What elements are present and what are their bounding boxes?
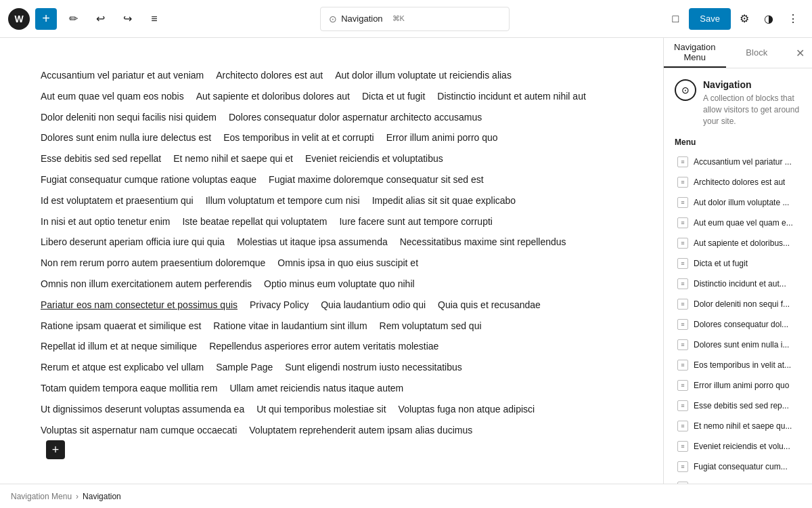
- menu-item[interactable]: ≡Eos temporibus in velit at...: [675, 356, 801, 375]
- save-button[interactable]: Save: [689, 8, 731, 30]
- nav-link[interactable]: Architecto dolores est aut: [216, 65, 323, 86]
- nav-link[interactable]: Quia laudantium odio qui: [321, 295, 426, 316]
- menu-item-label: Distinctio incidunt et aut...: [694, 279, 786, 289]
- nav-link[interactable]: Aut dolor illum voluptate ut reiciendis …: [335, 65, 512, 86]
- nav-link[interactable]: In nisi et aut optio tenetur enim: [41, 211, 170, 232]
- nav-link[interactable]: Aut eum quae vel quam eos nobis: [41, 86, 184, 107]
- search-bar[interactable]: ⊙ Navigation ⌘K: [320, 7, 510, 31]
- undo-button[interactable]: ↩: [89, 8, 111, 30]
- menu-item[interactable]: ≡Esse debitis sed sed rep...: [675, 396, 801, 415]
- more-button[interactable]: ≡: [143, 8, 165, 30]
- wp-logo[interactable]: W: [8, 8, 30, 30]
- nav-link[interactable]: Ut dignissimos deserunt voluptas assumen…: [41, 399, 244, 420]
- nav-link[interactable]: Necessitatibus maxime sint repellendus: [400, 232, 566, 253]
- breadcrumb-separator: ›: [76, 492, 78, 501]
- menu-item-label: Error illum animi porro quo: [694, 381, 789, 390]
- nav-link[interactable]: Fugiat maxime doloremque consequatur sit…: [269, 169, 484, 190]
- nav-link[interactable]: Error illum animi porro quo: [386, 127, 498, 148]
- nav-link[interactable]: Iste beatae repellat qui voluptatem: [182, 211, 327, 232]
- breadcrumb-parent[interactable]: Navigation Menu: [11, 492, 72, 501]
- nav-link[interactable]: Eveniet reiciendis et voluptatibus: [305, 148, 443, 169]
- menu-item[interactable]: ≡Aut dolor illum voluptate ...: [675, 193, 801, 212]
- overflow-button[interactable]: ⋮: [782, 8, 804, 30]
- menu-item[interactable]: ≡Fugiat maxime doloremq...: [675, 478, 801, 484]
- wp-logo-icon: W: [14, 14, 23, 24]
- menu-item[interactable]: ≡Dicta et ut fugit: [675, 254, 801, 273]
- block-description: A collection of blocks that allow visito…: [703, 93, 801, 127]
- nav-link[interactable]: Esse debitis sed sed repellat: [41, 148, 161, 169]
- nav-link[interactable]: Dolor deleniti non sequi facilis nisi qu…: [41, 107, 217, 128]
- nav-link[interactable]: Optio minus eum voluptate quo nihil: [264, 274, 415, 295]
- menu-item[interactable]: ≡Fugiat consequatur cum...: [675, 457, 801, 476]
- nav-link[interactable]: Et nemo nihil et saepe qui et: [173, 148, 293, 169]
- nav-link[interactable]: Rerum et atque est explicabo vel ullam: [41, 357, 204, 378]
- menu-item[interactable]: ≡Et nemo nihil et saepe qu...: [675, 417, 801, 436]
- menu-item[interactable]: ≡Dolores consequatur dol...: [675, 315, 801, 334]
- menu-item[interactable]: ≡Accusantium vel pariatur ...: [675, 152, 801, 171]
- nav-link[interactable]: Repellendus asperiores error autem verit…: [209, 336, 438, 357]
- block-info-text: Navigation A collection of blocks that a…: [703, 79, 801, 127]
- menu-item-icon: ≡: [677, 299, 688, 310]
- nav-link[interactable]: Id est voluptatem et praesentium qui: [41, 190, 194, 211]
- menu-item[interactable]: ≡Eveniet reiciendis et volu...: [675, 437, 801, 456]
- add-nav-item-button[interactable]: +: [46, 440, 65, 459]
- nav-link[interactable]: Eos temporibus in velit at et corrupti: [223, 127, 374, 148]
- nav-link[interactable]: Dolores consequatur dolor aspernatur arc…: [229, 107, 482, 128]
- nav-link[interactable]: Sunt eligendi nostrum iusto necessitatib…: [285, 357, 461, 378]
- tab-block[interactable]: Block: [726, 38, 788, 68]
- nav-link[interactable]: Molestias ut itaque ipsa assumenda: [237, 232, 388, 253]
- style-button[interactable]: ◑: [758, 8, 780, 30]
- nav-link[interactable]: Quia quis et recusandae: [438, 295, 541, 316]
- nav-link[interactable]: Voluptas fuga non atque adipisci: [399, 399, 535, 420]
- nav-link[interactable]: Voluptas sit aspernatur nam cumque occae…: [41, 420, 237, 441]
- menu-item-icon: ≡: [677, 156, 688, 167]
- nav-link[interactable]: Omnis non illum exercitationem autem per…: [41, 274, 252, 295]
- menu-item-label: Aut sapiente et doloribus...: [694, 238, 790, 248]
- menu-item-label: Dolor deleniti non sequi f...: [694, 299, 790, 309]
- nav-link[interactable]: Non rem rerum porro autem praesentium do…: [41, 253, 265, 274]
- menu-item-icon: ≡: [677, 339, 688, 350]
- nav-link[interactable]: Omnis ipsa in quo eius suscipit et: [277, 253, 418, 274]
- menu-item-label: Architecto dolores est aut: [694, 177, 785, 187]
- nav-link[interactable]: Iure facere sunt aut tempore corrupti: [339, 211, 492, 232]
- add-block-button[interactable]: +: [35, 8, 57, 30]
- menu-item[interactable]: ≡Aut sapiente et doloribus...: [675, 234, 801, 253]
- menu-item-icon: ≡: [677, 238, 688, 249]
- nav-link[interactable]: Dolores sunt enim nulla iure delectus es…: [41, 127, 211, 148]
- nav-link[interactable]: Libero deserunt aperiam officia iure qui…: [41, 232, 225, 253]
- menu-item[interactable]: ≡Error illum animi porro quo: [675, 376, 801, 395]
- nav-link[interactable]: Illum voluptatum et tempore cum nisi: [206, 190, 360, 211]
- nav-link[interactable]: Repellat id illum et at neque similique: [41, 336, 197, 357]
- nav-link[interactable]: Aut sapiente et doloribus dolores aut: [196, 86, 350, 107]
- nav-link[interactable]: Impedit alias sit sit quae explicabo: [372, 190, 516, 211]
- nav-link[interactable]: Voluptatem reprehenderit autem ipsam ali…: [249, 420, 472, 441]
- nav-link[interactable]: Ratione ipsam quaerat et similique est: [41, 316, 201, 337]
- nav-link[interactable]: Dicta et ut fugit: [362, 86, 425, 107]
- menu-item[interactable]: ≡Architecto dolores est aut: [675, 173, 801, 192]
- menu-item-icon: ≡: [677, 319, 688, 330]
- menu-item[interactable]: ≡Dolor deleniti non sequi f...: [675, 295, 801, 314]
- nav-link[interactable]: Totam quidem tempora eaque mollitia rem: [41, 378, 217, 399]
- nav-link[interactable]: Pariatur eos nam consectetur et possimus…: [41, 295, 238, 316]
- nav-link[interactable]: Privacy Policy: [250, 295, 309, 316]
- menu-item[interactable]: ≡Aut eum quae vel quam e...: [675, 213, 801, 232]
- view-button[interactable]: □: [664, 8, 686, 30]
- nav-link[interactable]: Ut qui temporibus molestiae sit: [256, 399, 386, 420]
- nav-link[interactable]: Distinctio incidunt et autem nihil aut: [437, 86, 585, 107]
- menu-item[interactable]: ≡Distinctio incidunt et aut...: [675, 274, 801, 293]
- menu-item-icon: ≡: [677, 360, 688, 371]
- menu-item[interactable]: ≡Dolores sunt enim nulla i...: [675, 335, 801, 354]
- edit-button[interactable]: ✏: [62, 8, 84, 30]
- nav-link[interactable]: Ratione vitae in laudantium sint illum: [213, 316, 367, 337]
- nav-link[interactable]: Sample Page: [216, 357, 273, 378]
- nav-link[interactable]: Fugiat consequatur cumque ratione volupt…: [41, 169, 256, 190]
- nav-link[interactable]: Ullam amet reiciendis natus itaque autem: [229, 378, 403, 399]
- nav-link[interactable]: Accusantium vel pariatur et aut veniam: [41, 65, 204, 86]
- settings-button[interactable]: ⚙: [734, 8, 755, 30]
- tab-navigation-menu[interactable]: Navigation Menu: [664, 38, 726, 68]
- nav-link[interactable]: Rem voluptatum sed qui: [380, 316, 482, 337]
- redo-button[interactable]: ↪: [116, 8, 138, 30]
- toolbar-right: □ Save ⚙ ◑ ⋮: [664, 8, 804, 30]
- close-sidebar-button[interactable]: ✕: [788, 38, 812, 68]
- view-icon: □: [673, 13, 679, 25]
